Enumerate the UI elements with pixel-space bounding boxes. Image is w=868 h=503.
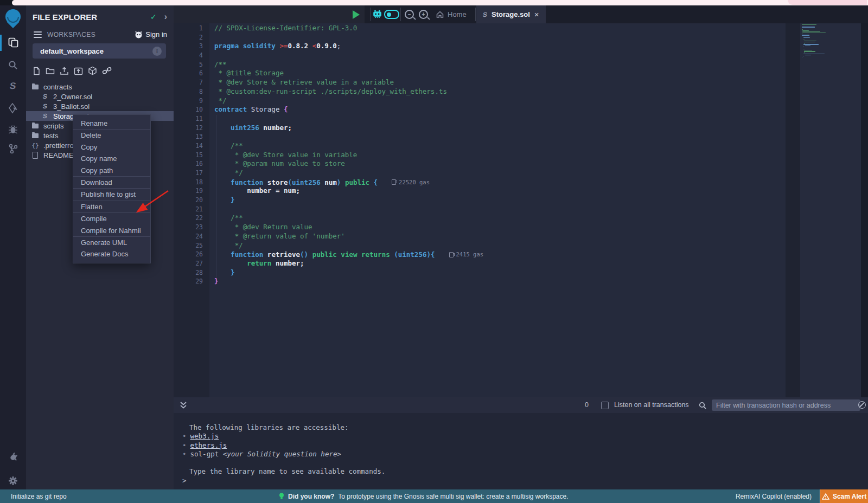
minimap-line	[803, 49, 805, 49]
zoom-out-button[interactable]: –	[405, 5, 414, 23]
terminal-line: •ethers.js	[182, 441, 868, 450]
terminal-link[interactable]: web3.js	[190, 432, 219, 440]
menu-item-copy-name[interactable]: Copy name	[73, 153, 150, 164]
gas-estimate: 22520 gas	[392, 178, 430, 187]
terminal-link[interactable]: ethers.js	[190, 441, 227, 449]
chevron-right-icon[interactable]: ›	[164, 12, 167, 22]
sol-icon: S	[41, 93, 49, 100]
scam-alert-button[interactable]: Scam Alert	[820, 489, 868, 503]
minimap-line	[803, 54, 825, 54]
code-line-3: 3pragma solidity >=0.8.2 <0.9.0;	[174, 42, 786, 51]
editor-scrollbar[interactable]	[786, 23, 800, 397]
transaction-filter-input[interactable]	[712, 399, 860, 411]
copilot-toggle[interactable]	[384, 5, 399, 23]
line-number: 27	[174, 259, 203, 268]
menu-item-generate-docs[interactable]: Generate Docs	[73, 248, 150, 260]
solidity-compiler-icon[interactable]: S	[0, 78, 26, 94]
sign-in-button[interactable]: Sign in	[135, 30, 167, 38]
minimap-line	[802, 25, 859, 26]
line-number: 26	[174, 250, 203, 259]
code-line-25: 25 */	[174, 241, 786, 250]
git-init-button[interactable]: Initialize as git repo	[11, 493, 67, 500]
file-toolbar	[33, 66, 174, 75]
listen-checkbox[interactable]	[601, 402, 609, 409]
terminal[interactable]: The following libraries are accessible:•…	[174, 413, 868, 489]
remixai-robot-button[interactable]	[372, 5, 382, 23]
tree-item-contracts[interactable]: contracts	[26, 82, 174, 92]
copilot-status[interactable]: RemixAI Copilot (enabled)	[736, 493, 812, 500]
play-icon	[353, 10, 360, 19]
code-line-14: 14 /**	[174, 141, 786, 151]
tree-item-3-ballot-sol[interactable]: S3_Ballot.sol	[26, 101, 174, 111]
code-editor[interactable]: 1// SPDX-License-Identifier: GPL-3.023pr…	[174, 23, 868, 397]
code-line-23: 23 * @dev Return value	[174, 223, 786, 232]
code-line-13: 13	[174, 132, 786, 141]
import-link-icon[interactable]	[102, 67, 112, 75]
workspace-select[interactable]: default_workspace ▲▼	[33, 43, 166, 59]
terminal-header: 0 Listen on all transactions	[174, 397, 868, 413]
lightbulb-icon	[279, 493, 284, 500]
code-line-15: 15 * @dev Store value in variable	[174, 151, 786, 160]
run-script-button[interactable]	[353, 5, 360, 23]
new-file-icon[interactable]	[33, 67, 41, 75]
code-area[interactable]: 1// SPDX-License-Identifier: GPL-3.023pr…	[174, 24, 786, 286]
code-text: * @param num value to store	[214, 159, 345, 169]
minimap-line	[804, 41, 816, 41]
code-line-11: 11	[174, 114, 786, 124]
remix-logo-icon[interactable]	[3, 8, 23, 31]
zoom-in-button[interactable]: +	[419, 5, 428, 23]
did-you-know-tip: Did you know? To prototype using the Gno…	[279, 493, 569, 500]
code-line-6: 6 * @title Storage	[174, 69, 786, 78]
minimap-line	[805, 55, 811, 55]
search-icon[interactable]	[0, 57, 26, 73]
tree-item-label: 2_Owner.sol	[53, 93, 92, 101]
workspaces-menu-icon[interactable]	[34, 31, 42, 38]
minimap[interactable]	[800, 23, 861, 397]
tab-close-icon[interactable]: ×	[534, 10, 539, 19]
zoom-out-icon: –	[405, 10, 414, 19]
plugin-manager-icon[interactable]	[0, 449, 26, 465]
tree-item-2-owner-sol[interactable]: S2_Owner.sol	[26, 92, 174, 101]
line-number: 8	[174, 87, 203, 96]
tab-home-label: Home	[448, 10, 467, 18]
collapse-terminal-icon[interactable]	[180, 402, 187, 411]
tab-storage-label: Storage.sol	[492, 10, 530, 18]
settings-icon[interactable]	[0, 473, 26, 489]
terminal-line: •web3.js	[182, 432, 868, 441]
code-text: pragma solidity >=0.8.2 <0.9.0;	[214, 42, 341, 51]
upload-folder-icon[interactable]	[74, 67, 83, 75]
load-cube-icon[interactable]	[88, 66, 97, 75]
line-number: 7	[174, 78, 203, 87]
new-folder-icon[interactable]	[46, 67, 55, 75]
code-text: }	[214, 268, 235, 278]
line-number: 28	[174, 268, 203, 278]
tab-home[interactable]: Home	[436, 5, 467, 23]
code-text: * @title Storage	[214, 69, 284, 78]
menu-item-delete[interactable]: Delete	[73, 130, 150, 141]
line-number: 11	[174, 114, 203, 124]
code-line-8: 8 * @custom:dev-run-script ./scripts/dep…	[174, 87, 786, 96]
code-line-4: 4	[174, 51, 786, 60]
git-icon[interactable]	[0, 140, 26, 157]
code-line-18: 18 function store(uint256 num) public {2…	[174, 178, 786, 187]
minimap-line	[804, 50, 812, 50]
code-text: /**	[214, 214, 243, 223]
clear-console-icon[interactable]	[858, 401, 866, 409]
menu-item-rename[interactable]: Rename	[73, 118, 150, 129]
menu-item-generate-uml[interactable]: Generate UML	[73, 237, 150, 248]
code-text: }	[214, 196, 235, 205]
code-text: */	[214, 241, 243, 250]
terminal-line: •sol-gpt <your Solidity question here>	[182, 450, 868, 459]
menu-item-copy[interactable]: Copy	[73, 141, 150, 153]
minimap-line	[803, 44, 819, 44]
deploy-run-icon[interactable]	[0, 100, 26, 117]
minimap-line	[802, 38, 859, 39]
code-line-22: 22 /**	[174, 214, 786, 223]
file-explorer-icon[interactable]	[0, 34, 26, 50]
debugger-icon[interactable]	[0, 121, 26, 138]
tab-storage-sol[interactable]: S Storage.sol ×	[476, 5, 546, 23]
menu-item-compile-for-nahmii[interactable]: Compile for Nahmii	[73, 225, 150, 236]
upload-file-icon[interactable]	[60, 67, 69, 75]
menu-item-copy-path[interactable]: Copy path	[73, 165, 150, 176]
terminal-search-icon[interactable]	[699, 402, 706, 411]
